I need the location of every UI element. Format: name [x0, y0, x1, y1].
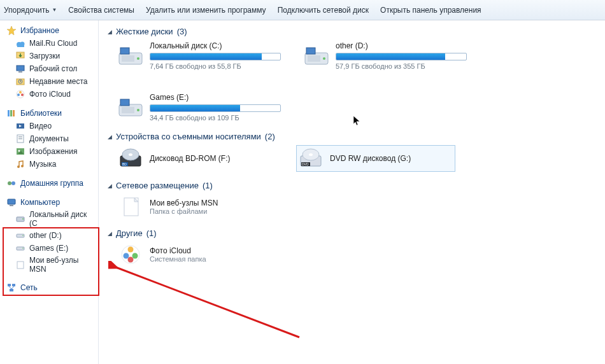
svg-point-31	[22, 218, 24, 220]
removable-item[interactable]: DVDDVD RW дисковод (G:)	[296, 145, 455, 172]
photos-icon	[15, 89, 25, 99]
network-title: Сеть	[20, 283, 38, 292]
organize-label: Упорядочить	[4, 6, 49, 15]
hdd-icon	[15, 214, 25, 224]
item-subtitle: Системная папка	[150, 255, 206, 263]
drive-item[interactable]: Локальный диск (C:)7,64 ГБ свободно из 5…	[117, 40, 282, 71]
svg-rect-28	[8, 199, 15, 204]
svg-point-24	[17, 165, 20, 168]
svg-point-68	[128, 257, 134, 263]
page-icon	[118, 195, 143, 218]
favorites-header[interactable]: Избранное	[0, 24, 98, 37]
other-item[interactable]: Фото iCloudСистемная папка	[117, 242, 276, 267]
collapse-icon: ◢	[108, 183, 112, 189]
music-icon	[15, 159, 25, 169]
svg-marker-0	[7, 26, 16, 35]
homegroup[interactable]: Домашняя группа	[0, 177, 98, 190]
uninstall-program[interactable]: Удалить или изменить программу	[146, 6, 266, 15]
favorites-title: Избранное	[20, 26, 59, 35]
netloc-section: ◢ Сетевое размещение (1) Мои веб-узлы MS…	[108, 181, 596, 220]
sidebar-item-label: Загрузки	[29, 52, 60, 60]
computer-header[interactable]: Компьютер	[0, 196, 98, 209]
drive-free-text: 34,4 ГБ свободно из 109 ГБ	[150, 114, 281, 122]
other-count: (1)	[146, 228, 157, 238]
toolbar: Упорядочить ▼ Свойства системы Удалить и…	[0, 0, 605, 20]
sidebar-item[interactable]: Видео	[0, 120, 98, 132]
svg-point-26	[8, 181, 11, 185]
sidebar-item-label: Документы	[29, 134, 69, 143]
other-header[interactable]: ◢ Другие (1)	[108, 228, 596, 238]
removable-count: (2)	[265, 132, 275, 141]
map-network-drive[interactable]: Подключить сетевой диск	[278, 6, 369, 15]
svg-point-35	[22, 248, 24, 249]
network-icon	[6, 283, 17, 293]
drive-item[interactable]: other (D:)57,9 ГБ свободно из 355 ГБ	[302, 40, 468, 71]
sidebar-item[interactable]: Mail.Ru Cloud	[0, 37, 98, 50]
removable-item[interactable]: BDДисковод BD-ROM (F:)	[117, 145, 276, 172]
hdd2-icon	[15, 243, 25, 253]
svg-rect-36	[17, 262, 24, 269]
sidebar-item[interactable]: Загрузки	[0, 50, 98, 62]
drive-item[interactable]: Games (E:)34,4 ГБ свободно из 109 ГБ	[117, 92, 282, 123]
network-location-item[interactable]: Мои веб-узлы MSNПапка с файлами	[117, 194, 276, 220]
item-name: Дисковод BD-ROM (F:)	[150, 154, 231, 163]
sidebar-item[interactable]: Мои веб-узлы MSN	[0, 255, 98, 275]
homegroup-icon	[6, 178, 17, 188]
hdd-icon	[304, 45, 329, 67]
system-properties[interactable]: Свойства системы	[68, 6, 134, 15]
libraries-title: Библиотеки	[20, 109, 62, 118]
sidebar-item[interactable]: Games (E:)	[0, 242, 98, 255]
netloc-count: (1)	[203, 181, 213, 190]
sidebar-item[interactable]: Фото iCloud	[0, 88, 98, 101]
svg-rect-49	[122, 107, 134, 113]
sidebar-item[interactable]: Изображения	[0, 145, 98, 158]
svg-point-46	[323, 57, 325, 60]
collapse-icon: ◢	[108, 29, 112, 35]
sidebar-item[interactable]: Музыка	[0, 158, 98, 171]
removable-header[interactable]: ◢ Устройства со съемными носителями (2)	[108, 132, 596, 141]
organize-menu[interactable]: Упорядочить ▼	[4, 6, 57, 15]
sidebar-item-label: other (D:)	[29, 231, 62, 240]
item-name: Фото iCloud	[150, 246, 206, 255]
sidebar-item-label: Изображения	[29, 147, 77, 156]
svg-rect-6	[18, 71, 22, 73]
svg-rect-39	[10, 289, 13, 291]
svg-rect-37	[8, 284, 11, 286]
other-title: Другие	[116, 228, 143, 238]
sidebar-item-label: Локальный диск (C	[29, 210, 94, 228]
sidebar-item[interactable]: Рабочий стол	[0, 62, 98, 75]
svg-rect-5	[17, 66, 24, 71]
doc-icon	[15, 134, 25, 144]
libraries-header[interactable]: Библиотеки	[0, 107, 98, 120]
network-group[interactable]: Сеть	[0, 281, 98, 294]
drive-name: Games (E:)	[150, 93, 281, 102]
drive-free-text: 57,9 ГБ свободно из 355 ГБ	[336, 62, 467, 70]
bd-drive-icon: BD	[118, 147, 143, 170]
sidebar-item-label: Недавние места	[29, 77, 87, 86]
svg-point-59	[309, 153, 313, 156]
hard-disks-header[interactable]: ◢ Жесткие диски (3)	[108, 27, 596, 36]
svg-text:DVD: DVD	[302, 162, 309, 166]
netloc-title: Сетевое размещение	[116, 181, 199, 190]
netloc-header[interactable]: ◢ Сетевое размещение (1)	[108, 181, 596, 190]
download-icon	[15, 51, 25, 61]
star-icon	[6, 25, 17, 36]
svg-point-66	[132, 253, 138, 259]
item-name: Мои веб-узлы MSN	[150, 199, 218, 207]
collapse-icon: ◢	[108, 134, 112, 140]
sidebar-item-label: Mail.Ru Cloud	[29, 39, 77, 48]
homegroup-title: Домашняя группа	[20, 179, 83, 188]
computer-icon	[6, 197, 17, 207]
hdd-icon	[118, 45, 143, 67]
svg-point-42	[137, 57, 139, 60]
sidebar-item[interactable]: Локальный диск (C	[0, 209, 98, 229]
svg-rect-51	[120, 99, 129, 106]
svg-rect-43	[120, 48, 129, 54]
removable-section: ◢ Устройства со съемными носителями (2) …	[108, 132, 596, 172]
sidebar-item[interactable]: Недавние места	[0, 75, 98, 88]
svg-rect-29	[10, 205, 13, 206]
sidebar-item-label: Рабочий стол	[29, 64, 77, 73]
sidebar-item[interactable]: Документы	[0, 132, 98, 145]
open-control-panel[interactable]: Открыть панель управления	[380, 6, 481, 15]
sidebar-item[interactable]: other (D:)	[0, 229, 98, 242]
